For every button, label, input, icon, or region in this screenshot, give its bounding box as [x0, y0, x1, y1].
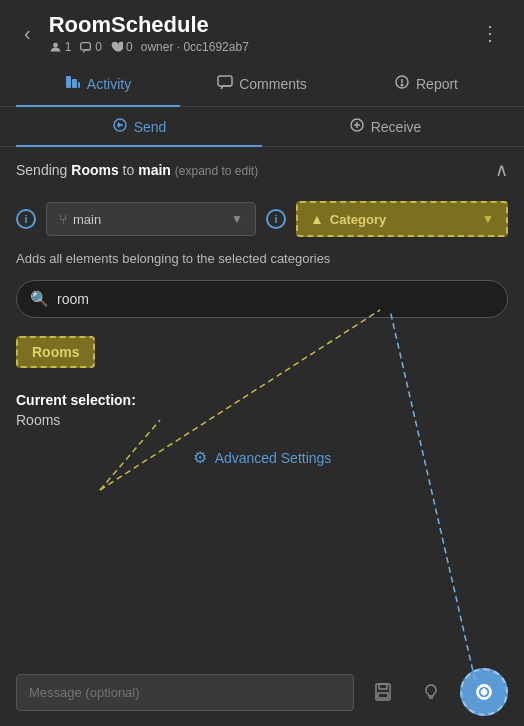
svg-rect-5: [218, 76, 232, 86]
svg-rect-2: [66, 76, 71, 88]
current-selection: Current selection: Rooms: [0, 378, 524, 432]
svg-rect-12: [379, 684, 387, 689]
form-row-selects: i ⑂ main ▼ i ▲ Category ▼: [0, 193, 524, 245]
tab-send-label: Send: [134, 119, 167, 135]
title-area: RoomSchedule 1 0 0 owner · 0cc1692ab7: [49, 12, 462, 54]
tab-activity[interactable]: Activity: [16, 62, 180, 106]
sending-header: Sending Rooms to main (expand to edit) ∧: [0, 147, 524, 193]
user-count: 1: [49, 40, 72, 54]
report-icon: [394, 74, 410, 94]
search-icon: 🔍: [30, 290, 49, 308]
tab-receive-label: Receive: [371, 119, 422, 135]
branch-info-icon[interactable]: i: [16, 209, 36, 229]
tab-report-label: Report: [416, 76, 458, 92]
sending-title: Sending Rooms to main (expand to edit): [16, 162, 258, 178]
save-icon-button[interactable]: [364, 673, 402, 711]
owner-info: owner · 0cc1692ab7: [141, 40, 249, 54]
activity-icon: [65, 74, 81, 94]
header: ‹ RoomSchedule 1 0 0 owner · 0cc1692ab7 …: [0, 0, 524, 62]
branch-select[interactable]: ⑂ main ▼: [46, 202, 256, 236]
gear-icon: ⚙: [193, 448, 207, 467]
heart-count: 0: [110, 40, 133, 54]
send-icon: [112, 117, 128, 136]
category-label: Category: [330, 212, 386, 227]
branch-chevron: ▼: [231, 212, 243, 226]
search-container: 🔍: [16, 280, 508, 318]
collapse-button[interactable]: ∧: [495, 159, 508, 181]
category-info-icon[interactable]: i: [266, 209, 286, 229]
search-input[interactable]: [16, 280, 508, 318]
tag-area: Rooms: [0, 326, 524, 378]
branch-value: main: [73, 212, 101, 227]
category-select[interactable]: ▲ Category ▼: [296, 201, 508, 237]
page-title: RoomSchedule: [49, 12, 462, 38]
header-meta: 1 0 0 owner · 0cc1692ab7: [49, 40, 462, 54]
tab-send[interactable]: Send: [16, 107, 262, 146]
comment-count: 0: [79, 40, 102, 54]
receive-icon: [349, 117, 365, 136]
rooms-tag-label: Rooms: [32, 344, 79, 360]
rooms-tag[interactable]: Rooms: [16, 336, 95, 368]
secondary-tab-bar: Send Receive: [0, 107, 524, 147]
bottom-bar: [0, 658, 524, 726]
send-fab-button[interactable]: [460, 668, 508, 716]
advanced-settings-label: Advanced Settings: [215, 450, 332, 466]
category-icon: ▲: [310, 211, 324, 227]
tab-receive[interactable]: Receive: [262, 107, 508, 146]
svg-rect-4: [78, 82, 80, 88]
advanced-settings[interactable]: ⚙ Advanced Settings: [0, 432, 524, 483]
back-button[interactable]: ‹: [16, 18, 39, 49]
tab-report[interactable]: Report: [344, 62, 508, 106]
comments-icon: [217, 74, 233, 94]
svg-rect-3: [72, 79, 77, 88]
branch-icon: ⑂: [59, 211, 67, 227]
svg-rect-13: [378, 693, 388, 698]
message-input[interactable]: [16, 674, 354, 711]
lightbulb-icon-button[interactable]: [412, 673, 450, 711]
top-tab-bar: Activity Comments Report: [0, 62, 524, 107]
svg-point-8: [401, 84, 403, 86]
category-chevron: ▼: [482, 212, 494, 226]
more-button[interactable]: ⋮: [472, 17, 508, 49]
svg-point-0: [53, 42, 58, 47]
current-selection-label: Current selection:: [16, 392, 508, 408]
current-selection-value: Rooms: [16, 412, 508, 428]
svg-rect-1: [81, 42, 91, 49]
description-text: Adds all elements belonging to the selec…: [0, 245, 524, 272]
tab-comments[interactable]: Comments: [180, 62, 344, 106]
tab-comments-label: Comments: [239, 76, 307, 92]
tab-activity-label: Activity: [87, 76, 131, 92]
